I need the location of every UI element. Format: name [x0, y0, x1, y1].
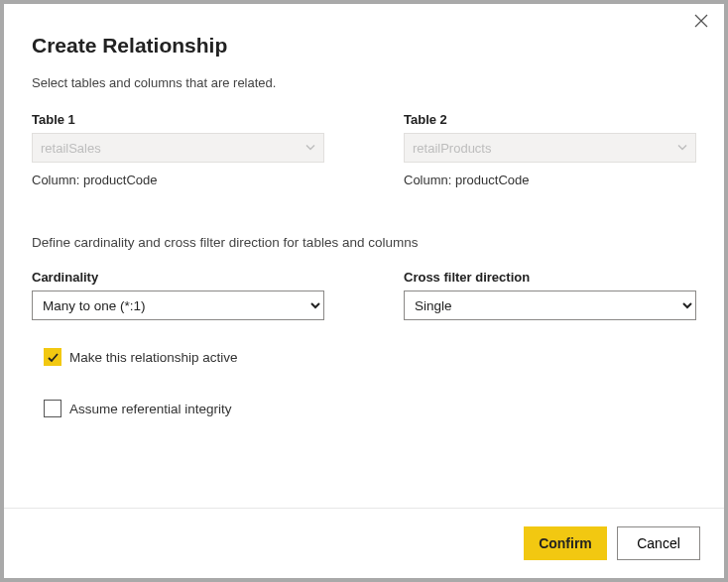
table2-label: Table 2	[404, 112, 696, 127]
close-button[interactable]	[694, 14, 710, 30]
table1-select[interactable]: retailSales	[32, 133, 324, 163]
create-relationship-dialog: Create Relationship Select tables and co…	[4, 4, 724, 578]
dialog-footer: Confirm Cancel	[4, 508, 724, 578]
cancel-button[interactable]: Cancel	[617, 526, 700, 560]
dialog-title: Create Relationship	[32, 34, 696, 58]
table2-select-value: retailProducts	[413, 141, 491, 156]
integrity-checkbox-label: Assume referential integrity	[69, 402, 232, 416]
confirm-button[interactable]: Confirm	[524, 526, 607, 560]
table1-column: Column: productCode	[32, 173, 324, 187]
check-icon	[47, 351, 60, 364]
active-checkbox[interactable]	[44, 348, 61, 366]
crossfilter-select[interactable]: Single	[404, 291, 696, 320]
crossfilter-label: Cross filter direction	[404, 270, 696, 285]
integrity-checkbox[interactable]	[44, 400, 61, 417]
chevron-down-icon	[305, 141, 315, 156]
define-text: Define cardinality and cross filter dire…	[32, 235, 696, 250]
chevron-down-icon	[677, 141, 687, 156]
cardinality-select[interactable]: Many to one (*:1)	[32, 291, 324, 320]
table2-select[interactable]: retailProducts	[404, 133, 696, 163]
active-checkbox-label: Make this relationship active	[69, 350, 238, 365]
table1-select-value: retailSales	[41, 141, 101, 156]
table2-column: Column: productCode	[404, 173, 696, 187]
table1-label: Table 1	[32, 112, 324, 127]
close-icon	[694, 14, 708, 28]
cardinality-label: Cardinality	[32, 270, 324, 285]
dialog-subtitle: Select tables and columns that are relat…	[32, 75, 696, 90]
